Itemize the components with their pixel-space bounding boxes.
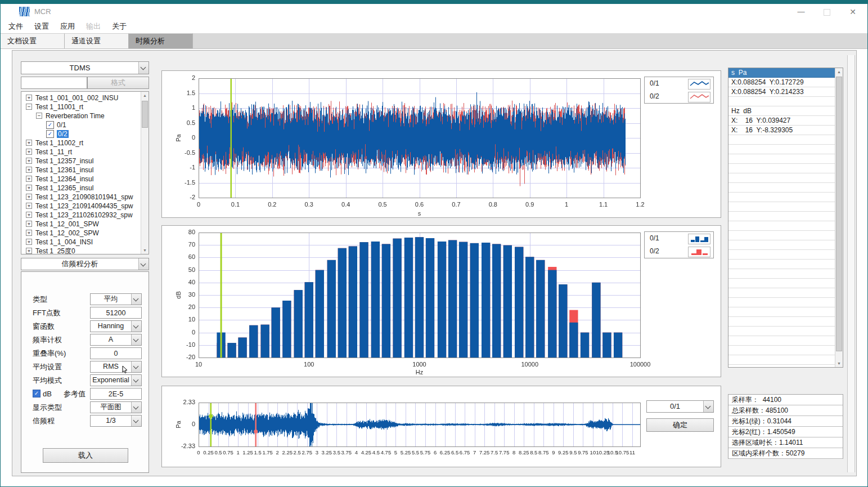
tree-scrollbar[interactable]: ▲ ▼ xyxy=(141,92,149,254)
tree-item-label[interactable]: Reverberation Time xyxy=(46,112,105,120)
tree-item-label[interactable]: Test 1_11_rt xyxy=(35,148,72,156)
tree-item-label[interactable]: Test 1_001_001_002_INSU xyxy=(35,94,118,102)
close-icon[interactable]: ✕ xyxy=(843,4,863,20)
format-button[interactable]: 格式 xyxy=(87,77,149,89)
form-select-9[interactable]: 1/3 xyxy=(90,415,142,427)
expand-icon[interactable]: + xyxy=(26,140,32,146)
form-select-5[interactable]: RMS xyxy=(90,361,142,373)
values-list-row[interactable] xyxy=(728,97,835,106)
tree-item[interactable]: +Test 1_11002_rt xyxy=(23,138,141,147)
scroll-up-icon[interactable]: ▲ xyxy=(835,68,843,75)
chevron-down-icon[interactable] xyxy=(138,62,149,74)
values-list-row[interactable]: X:0.088254 Y:0.172729 xyxy=(728,78,835,87)
expand-icon[interactable]: + xyxy=(26,158,32,164)
values-list-row[interactable]: X: 16 Y:0.039427 xyxy=(728,116,835,126)
tree-item[interactable]: ✓0/2 xyxy=(23,129,141,138)
tree-item-label[interactable]: Test 1_12_002_SPW xyxy=(35,229,99,237)
expand-icon[interactable]: + xyxy=(26,221,32,227)
chevron-down-icon[interactable] xyxy=(131,294,141,305)
expand-icon[interactable]: + xyxy=(26,239,32,245)
tree-item-label[interactable]: 0/2 xyxy=(57,130,69,138)
file-format-combo[interactable]: TDMS xyxy=(21,61,149,74)
form-select-0[interactable]: 平均 xyxy=(90,293,142,305)
values-list-row[interactable]: X: 16 Y:-8.329305 xyxy=(728,126,835,135)
channel-checkbox[interactable]: ✓ xyxy=(46,121,54,129)
tree-item[interactable]: +Test 1_11_rt xyxy=(23,147,141,156)
menu-item-1[interactable]: 设置 xyxy=(34,20,49,33)
tree-item[interactable]: +Test 1_12364_insul xyxy=(23,174,141,183)
chevron-down-icon[interactable] xyxy=(138,258,149,270)
third-octave-spectrum-chart[interactable] xyxy=(162,226,721,377)
tree-scrollbar-thumb[interactable] xyxy=(142,101,148,128)
expand-icon[interactable]: + xyxy=(26,176,32,182)
tree-item[interactable]: +Test 1_123_211026102932_spw xyxy=(23,210,141,219)
tree-item-label[interactable]: Test 1_123_211026102932_spw xyxy=(35,211,133,219)
time-waveform-chart[interactable] xyxy=(162,71,721,217)
tree-item[interactable]: −Test 1_11001_rt xyxy=(23,102,141,111)
tree-item[interactable]: +Test 1_1_004_INSI xyxy=(23,237,141,246)
collapse-icon[interactable]: − xyxy=(36,113,42,119)
expand-icon[interactable]: + xyxy=(26,203,32,209)
tree-item-label[interactable]: Test 1_11002_rt xyxy=(35,139,83,147)
tree-item-label[interactable]: Test 1_11001_rt xyxy=(35,103,83,111)
chevron-down-icon[interactable] xyxy=(131,334,141,345)
analysis-type-combo[interactable]: 倍频程分析 xyxy=(21,258,149,270)
expand-icon[interactable]: + xyxy=(26,149,32,155)
collapse-icon[interactable]: − xyxy=(26,104,32,110)
confirm-button[interactable]: 确定 xyxy=(646,418,714,432)
tree-item-label[interactable]: Test 1_123_210908101941_spw xyxy=(35,193,133,201)
tree-item-label[interactable]: Test 1_12364_insul xyxy=(35,175,93,183)
tree-item[interactable]: +Test 1_12357_insul xyxy=(23,156,141,165)
tab-2[interactable]: 时频分析 xyxy=(129,33,193,48)
tab-0[interactable]: 文档设置 xyxy=(1,33,65,48)
tree-item[interactable]: +Test 1_25度0 xyxy=(23,246,141,254)
tab-1[interactable]: 通道设置 xyxy=(65,33,129,48)
chevron-down-icon[interactable] xyxy=(703,401,713,412)
legend-row[interactable]: 0/2 xyxy=(645,245,713,258)
menu-item-2[interactable]: 应用 xyxy=(60,20,75,33)
scroll-down-icon[interactable]: ▼ xyxy=(835,360,843,367)
chevron-down-icon[interactable] xyxy=(131,415,141,426)
expand-icon[interactable]: + xyxy=(26,167,32,173)
values-list-row[interactable]: X:0.088254 Y:0.214233 xyxy=(728,87,835,97)
list-scrollbar[interactable]: ▲ ▼ xyxy=(835,68,843,367)
maximize-icon[interactable] xyxy=(817,4,837,20)
form-select-3[interactable]: A xyxy=(90,334,142,346)
list-scrollbar-thumb[interactable] xyxy=(836,77,842,351)
form-input-4[interactable] xyxy=(90,347,142,359)
tree-item-label[interactable]: Test 1_12357_insul xyxy=(35,157,93,165)
scroll-up-icon[interactable]: ▲ xyxy=(141,92,149,99)
tree-item-label[interactable]: Test 1_123_210914094435_spw xyxy=(35,202,133,210)
tree-item-label[interactable]: 0/1 xyxy=(57,121,66,129)
chevron-down-icon[interactable] xyxy=(131,361,141,372)
tree-item-label[interactable]: Test 1_12_001_SPW xyxy=(35,220,99,228)
db-checkbox[interactable]: ✓ xyxy=(33,390,41,397)
legend-row[interactable]: 0/2 xyxy=(645,90,713,103)
tree-item[interactable]: +Test 1_001_001_002_INSU xyxy=(23,93,141,102)
menu-item-0[interactable]: 文件 xyxy=(8,20,23,33)
values-list-header[interactable]: s Pa xyxy=(728,68,835,78)
form-select-8[interactable]: 平面图 xyxy=(90,401,142,413)
chevron-down-icon[interactable] xyxy=(131,321,141,332)
tree-item[interactable]: +Test 1_12361_insul xyxy=(23,165,141,174)
tree-item-label[interactable]: Test 1_12361_insul xyxy=(35,166,93,174)
tree-item[interactable]: +Test 1_123_210914094435_spw xyxy=(23,201,141,210)
menu-item-4[interactable]: 关于 xyxy=(112,20,127,33)
tree-item-label[interactable]: Test 1_12365_insul xyxy=(35,184,93,192)
expand-icon[interactable]: + xyxy=(26,248,32,254)
load-button[interactable]: 载入 xyxy=(43,448,128,463)
form-input-1[interactable] xyxy=(90,307,142,319)
form-input-7[interactable] xyxy=(90,388,142,400)
tree-item[interactable]: ✓0/1 xyxy=(23,120,141,129)
expand-icon[interactable]: + xyxy=(26,212,32,218)
channel-combo[interactable]: 0/1 xyxy=(646,400,714,413)
values-list-row[interactable]: Hz dB xyxy=(728,106,835,116)
tree-item[interactable]: +Test 1_12_002_SPW xyxy=(23,228,141,237)
tree-item[interactable]: +Test 1_123_210908101941_spw xyxy=(23,192,141,201)
chevron-down-icon[interactable] xyxy=(131,375,141,386)
tree-item[interactable]: +Test 1_12365_insul xyxy=(23,183,141,192)
scroll-down-icon[interactable]: ▼ xyxy=(141,247,149,254)
channel-checkbox[interactable]: ✓ xyxy=(46,130,54,138)
form-select-2[interactable]: Hanning xyxy=(90,320,142,332)
tree-item-label[interactable]: Test 1_25度0 xyxy=(35,247,75,254)
